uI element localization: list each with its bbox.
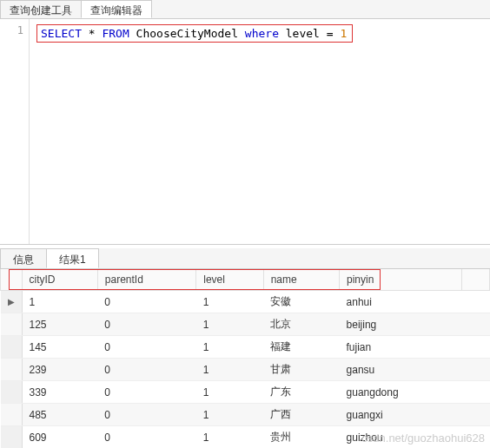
cell-level[interactable]: 1 <box>196 426 263 449</box>
cell-cityID[interactable]: 125 <box>22 313 97 336</box>
tab-result1[interactable]: 结果1 <box>46 248 99 268</box>
cell-pinyin[interactable]: beijing <box>340 313 462 336</box>
row-marker <box>1 404 23 426</box>
sql-code-area[interactable]: SELECT * FROM ChooseCityModel where leve… <box>30 19 490 244</box>
sql-keyword-from: FROM <box>102 27 129 40</box>
cell-parentId[interactable]: 0 <box>97 404 195 426</box>
cell-name[interactable]: 北京 <box>263 313 339 336</box>
cell-parentId[interactable]: 0 <box>97 359 195 381</box>
cell-name[interactable]: 福建 <box>263 336 339 359</box>
sql-keyword-select: SELECT <box>41 27 82 40</box>
cell-spacer <box>462 359 490 381</box>
cell-level[interactable]: 1 <box>196 291 263 313</box>
col-cityID[interactable]: cityID <box>22 269 97 291</box>
cell-spacer <box>462 381 490 404</box>
cell-level[interactable]: 1 <box>196 313 263 336</box>
cell-level[interactable]: 1 <box>196 381 263 404</box>
cell-spacer <box>462 313 490 336</box>
line-number: 1 <box>0 24 23 36</box>
cell-level[interactable]: 1 <box>196 404 263 426</box>
cell-pinyin[interactable]: guangxi <box>340 404 462 426</box>
cell-level[interactable]: 1 <box>196 336 263 359</box>
cell-pinyin[interactable]: gansu <box>340 359 462 381</box>
cell-parentId[interactable]: 0 <box>97 336 195 359</box>
editor-tabs: 查询创建工具 查询编辑器 <box>0 0 490 19</box>
result-table[interactable]: cityID parentId level name pinyin ▶101安徽… <box>0 269 490 448</box>
cell-spacer <box>462 336 490 359</box>
table-row[interactable]: 48501广西guangxi <box>1 404 490 426</box>
cell-cityID[interactable]: 1 <box>22 291 97 313</box>
cell-name[interactable]: 贵州 <box>263 426 339 449</box>
cell-spacer <box>462 426 490 449</box>
table-row[interactable]: 33901广东guangdong <box>1 381 490 404</box>
table-row[interactable]: ▶101安徽anhui <box>1 291 490 313</box>
sql-star: * <box>89 27 96 40</box>
line-number-gutter: 1 <box>0 19 30 244</box>
row-marker <box>1 336 23 359</box>
cell-spacer <box>462 291 490 313</box>
cell-parentId[interactable]: 0 <box>97 381 195 404</box>
cell-cityID[interactable]: 339 <box>22 381 97 404</box>
cell-pinyin[interactable]: guangdong <box>340 381 462 404</box>
row-marker <box>1 381 23 404</box>
cell-name[interactable]: 甘肃 <box>263 359 339 381</box>
table-row[interactable]: 60901贵州guizhou <box>1 426 490 449</box>
tab-query-create-tool[interactable]: 查询创建工具 <box>0 0 82 18</box>
row-marker <box>1 313 23 336</box>
cell-parentId[interactable]: 0 <box>97 426 195 449</box>
cell-parentId[interactable]: 0 <box>97 291 195 313</box>
table-row[interactable]: 12501北京beijing <box>1 313 490 336</box>
col-name[interactable]: name <box>263 269 339 291</box>
row-marker <box>1 359 23 381</box>
cell-pinyin[interactable]: anhui <box>340 291 462 313</box>
cell-level[interactable]: 1 <box>196 359 263 381</box>
sql-statement-highlight: SELECT * FROM ChooseCityModel where leve… <box>36 24 353 43</box>
cell-cityID[interactable]: 145 <box>22 336 97 359</box>
col-spacer <box>462 269 490 291</box>
tab-query-editor[interactable]: 查询编辑器 <box>81 0 152 18</box>
cell-cityID[interactable]: 609 <box>22 426 97 449</box>
sql-value: 1 <box>340 27 347 40</box>
cell-pinyin[interactable]: guizhou <box>340 426 462 449</box>
cell-pinyin[interactable]: fujian <box>340 336 462 359</box>
cell-name[interactable]: 安徽 <box>263 291 339 313</box>
table-header-row: cityID parentId level name pinyin <box>1 269 490 291</box>
cell-name[interactable]: 广东 <box>263 381 339 404</box>
sql-eq: = <box>327 27 334 40</box>
row-marker-header <box>1 269 23 291</box>
cell-spacer <box>462 404 490 426</box>
cell-cityID[interactable]: 239 <box>22 359 97 381</box>
table-row[interactable]: 14501福建fujian <box>1 336 490 359</box>
sql-editor[interactable]: 1 SELECT * FROM ChooseCityModel where le… <box>0 19 490 245</box>
row-marker: ▶ <box>1 291 23 313</box>
cell-cityID[interactable]: 485 <box>22 404 97 426</box>
table-row[interactable]: 23901甘肃gansu <box>1 359 490 381</box>
col-parentId[interactable]: parentId <box>97 269 195 291</box>
cell-name[interactable]: 广西 <box>263 404 339 426</box>
col-level[interactable]: level <box>196 269 263 291</box>
sql-table-name: ChooseCityModel <box>136 27 238 40</box>
tab-info[interactable]: 信息 <box>0 248 47 268</box>
sql-column: level <box>286 27 320 40</box>
result-table-wrap: cityID parentId level name pinyin ▶101安徽… <box>0 269 490 448</box>
col-pinyin[interactable]: pinyin <box>340 269 462 291</box>
sql-keyword-where: where <box>245 27 279 40</box>
cell-parentId[interactable]: 0 <box>97 313 195 336</box>
row-marker <box>1 426 23 449</box>
result-tabs: 信息 结果1 <box>0 248 490 269</box>
